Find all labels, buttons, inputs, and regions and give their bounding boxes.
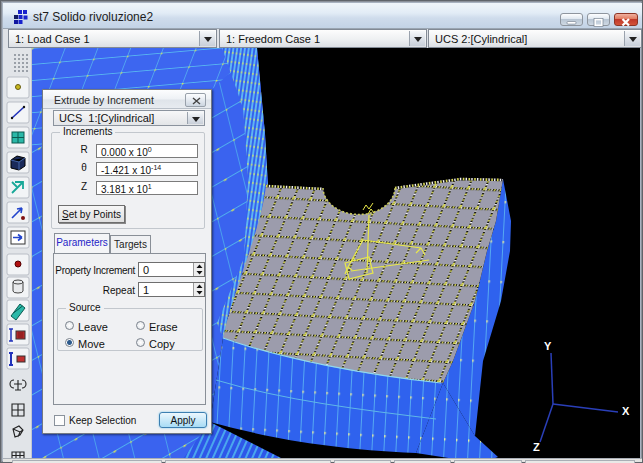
svg-text:Z: Z [533, 441, 540, 453]
svg-text:Y: Y [544, 340, 552, 352]
svg-text:X: X [622, 405, 630, 417]
